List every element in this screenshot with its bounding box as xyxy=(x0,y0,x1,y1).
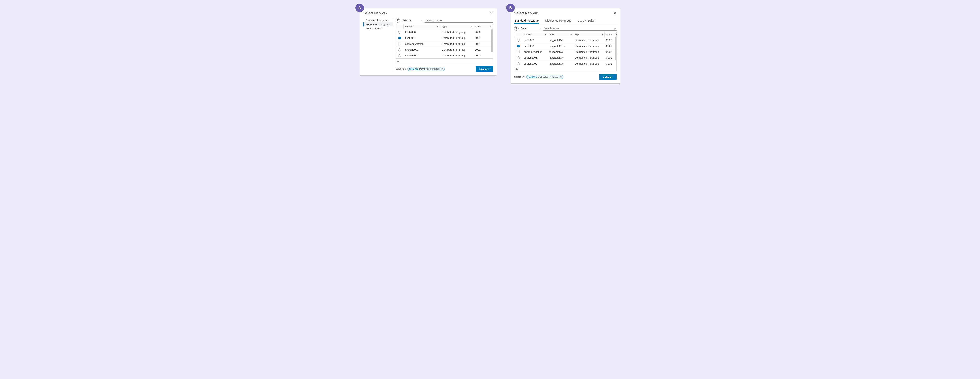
row-radio[interactable] xyxy=(398,48,401,51)
sidebar-item-standard[interactable]: Standard Portgroup xyxy=(363,18,393,22)
table-row[interactable]: fleet2001 Distributed Portgroup 2001 xyxy=(396,35,493,41)
row-radio[interactable] xyxy=(398,54,401,57)
cell-vlan: 3002 xyxy=(605,61,618,67)
search-input-wrap[interactable]: ⌕ xyxy=(425,18,493,22)
panel-badge-b: B xyxy=(506,3,515,12)
select-button[interactable]: SELECT xyxy=(476,66,493,72)
cell-network: fleet2000 xyxy=(404,29,440,35)
row-radio[interactable] xyxy=(517,62,520,65)
cell-vlan: 2001 xyxy=(473,41,493,47)
tab-distributed[interactable]: Distributed Portgroup xyxy=(545,18,571,24)
dialog-title: Select Network xyxy=(363,11,387,15)
filter-toggle-icon[interactable] xyxy=(514,26,519,30)
filter-icon[interactable]: ▾ xyxy=(490,26,492,28)
row-radio[interactable] xyxy=(517,45,520,48)
table-row[interactable]: fleet2001 taggable2Dvs Distributed Portg… xyxy=(514,43,616,49)
cell-type: Distributed Portgroup xyxy=(440,41,473,47)
cell-vlan: 2000 xyxy=(473,29,493,35)
filter-icon[interactable]: ▾ xyxy=(437,26,438,28)
cell-network: onprem-vMotion xyxy=(404,41,440,47)
chevron-down-icon: ⌄ xyxy=(421,19,423,21)
table-row[interactable]: stretch3002 Distributed Portgroup 3002 xyxy=(396,53,493,58)
cell-vlan: 2000 xyxy=(605,37,618,43)
sidebar: Standard Portgroup Distributed Portgroup… xyxy=(363,18,393,72)
pill-remove-icon[interactable]: ✕ xyxy=(441,68,443,70)
row-radio[interactable] xyxy=(517,51,520,53)
row-radio[interactable] xyxy=(517,56,520,59)
search-input[interactable] xyxy=(544,27,614,30)
table-row[interactable]: fleet2000 taggableDvs Distributed Portgr… xyxy=(514,37,616,43)
search-input-wrap[interactable]: ⌕ xyxy=(543,27,617,30)
sidebar-item-logical[interactable]: Logical Switch xyxy=(363,27,393,30)
cell-vlan: 2001 xyxy=(605,43,618,49)
table-footer xyxy=(396,58,493,63)
col-network[interactable]: Network▾ xyxy=(404,24,440,29)
filter-icon[interactable]: ▾ xyxy=(616,34,617,36)
dialog-title: Select Network xyxy=(514,11,538,15)
col-switch[interactable]: Switch▾ xyxy=(548,32,573,37)
col-vlan[interactable]: VLAN▾ xyxy=(605,32,618,37)
selection-label: Selection: xyxy=(396,67,406,70)
table-row[interactable]: stretch3001 taggableDvs Distributed Port… xyxy=(514,55,616,61)
network-table: Network▾ Type▾ VLAN▾ fleet2000 Distribut… xyxy=(396,24,493,63)
pill-remove-icon[interactable]: ✕ xyxy=(560,76,562,78)
close-icon[interactable]: ✕ xyxy=(490,11,493,16)
cell-type: Distributed Portgroup xyxy=(573,55,605,61)
scope-select[interactable]: Network ⌄ xyxy=(401,18,423,22)
scope-select-value: Switch xyxy=(520,27,528,30)
filter-icon[interactable]: ▾ xyxy=(571,34,571,36)
cell-network: onprem-vMotion xyxy=(522,49,548,55)
pill-primary: fleet2001 xyxy=(528,76,537,78)
row-radio[interactable] xyxy=(398,31,401,34)
col-type[interactable]: Type▾ xyxy=(440,24,473,29)
col-type[interactable]: Type▾ xyxy=(573,32,605,37)
cell-vlan: 2001 xyxy=(605,49,618,55)
pill-secondary: Distributed Portgroup xyxy=(419,68,440,70)
search-icon: ⌕ xyxy=(614,27,616,30)
row-radio[interactable] xyxy=(398,43,401,45)
scope-select[interactable]: Switch ⌄ xyxy=(520,27,542,30)
chevron-down-icon: ⌄ xyxy=(540,27,541,29)
cell-network: fleet2000 xyxy=(522,37,548,43)
cell-switch: taggableDvs xyxy=(548,49,573,55)
scrollbar[interactable] xyxy=(492,29,493,53)
search-input[interactable] xyxy=(425,19,491,22)
table-row[interactable]: onprem-vMotion taggableDvs Distributed P… xyxy=(514,49,616,55)
cell-network: fleet2001 xyxy=(404,35,440,41)
dialog-a: Select Network ✕ Standard Portgroup Dist… xyxy=(360,8,497,75)
col-network[interactable]: Network▾ xyxy=(522,32,548,37)
cell-network: stretch3002 xyxy=(404,53,440,58)
tab-standard[interactable]: Standard Portgroup xyxy=(514,18,539,24)
cell-vlan: 2001 xyxy=(473,35,493,41)
sidebar-item-distributed[interactable]: Distributed Portgroup xyxy=(363,22,393,27)
network-table: Network▾ Switch▾ Type▾ VLAN▾ fleet2000 t… xyxy=(514,32,617,71)
table-row[interactable]: onprem-vMotion Distributed Portgroup 200… xyxy=(396,41,493,47)
cell-switch: taggableDvs xyxy=(548,61,573,67)
filter-icon[interactable]: ▾ xyxy=(471,26,472,28)
cell-switch: taggableDvs xyxy=(548,37,573,43)
filter-icon[interactable]: ▾ xyxy=(545,34,546,36)
pill-primary: fleet2001 xyxy=(409,68,418,70)
tab-logical[interactable]: Logical Switch xyxy=(578,18,596,24)
cell-vlan: 3001 xyxy=(605,55,618,61)
cell-network: stretch3001 xyxy=(404,47,440,53)
table-footer xyxy=(514,67,616,71)
table-row[interactable]: stretch3001 Distributed Portgroup 3001 xyxy=(396,47,493,53)
scrollbar[interactable] xyxy=(615,37,616,61)
selection-label: Selection: xyxy=(514,75,525,78)
row-radio[interactable] xyxy=(398,37,401,40)
selection-pill: fleet2001 Distributed Portgroup ✕ xyxy=(526,75,563,79)
filter-toggle-icon[interactable] xyxy=(396,18,400,22)
col-vlan[interactable]: VLAN▾ xyxy=(473,24,493,29)
close-icon[interactable]: ✕ xyxy=(613,11,617,16)
pill-secondary: Distributed Portgroup xyxy=(538,76,558,78)
table-row[interactable]: stretch3002 taggableDvs Distributed Port… xyxy=(514,61,616,67)
filter-icon[interactable]: ▾ xyxy=(602,34,603,36)
cell-type: Distributed Portgroup xyxy=(573,43,605,49)
columns-icon[interactable] xyxy=(397,60,399,62)
table-row[interactable]: fleet2000 Distributed Portgroup 2000 xyxy=(396,29,493,35)
cell-type: Distributed Portgroup xyxy=(440,47,473,53)
row-radio[interactable] xyxy=(517,39,520,42)
select-button[interactable]: SELECT xyxy=(599,74,617,80)
columns-icon[interactable] xyxy=(515,68,518,70)
